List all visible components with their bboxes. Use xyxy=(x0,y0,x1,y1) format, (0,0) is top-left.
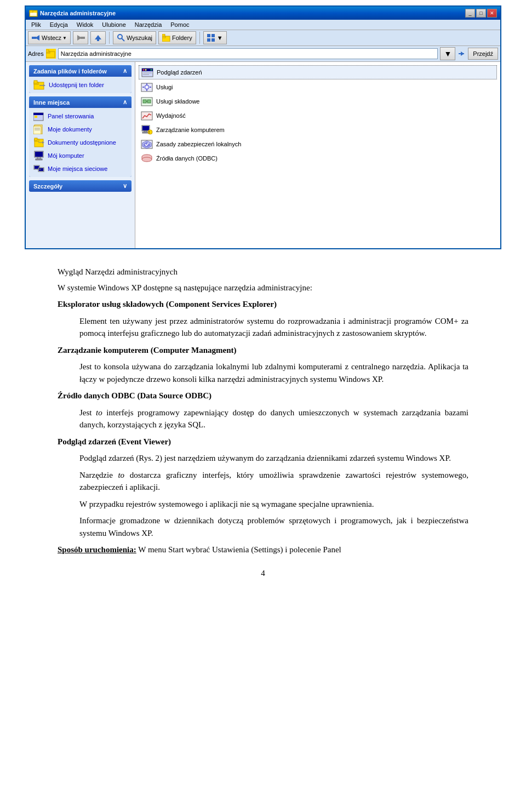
odbc-icon xyxy=(141,153,153,164)
svg-rect-60 xyxy=(146,89,147,91)
minimize-button[interactable]: _ xyxy=(465,9,475,18)
file-item-performance[interactable]: Wydajność xyxy=(139,109,497,122)
section2-content1: Jest to konsola używana do zarządzania l… xyxy=(79,361,468,385)
back-button[interactable]: Wstecz ▼ xyxy=(28,31,71,44)
file-item-computer-management[interactable]: ! Zarządzanie komputerem xyxy=(139,123,497,136)
sidebar: Zadania plików i folderów ∧ Udostępnij t… xyxy=(26,62,135,248)
folders-button[interactable]: Foldery xyxy=(158,31,196,44)
shared-documents-icon xyxy=(33,138,44,147)
my-documents-link[interactable]: Moje dokumenty xyxy=(33,124,127,134)
details-collapse-icon: ∨ xyxy=(123,182,127,190)
forward-button[interactable] xyxy=(73,31,88,44)
explorer-window: Narzędzia administracyjne _ □ ✕ Plik Edy… xyxy=(25,5,501,249)
svg-rect-59 xyxy=(146,83,147,85)
file-item-security-policy[interactable]: Zasady zabezpieczeń lokalnych xyxy=(139,138,497,151)
window-title: Narzędzia administracyjne xyxy=(40,10,116,16)
search-button[interactable]: Wyszukaj xyxy=(113,31,156,44)
section4-content1: Podgląd zdarzeń (Rys. 2) jest narzędziem… xyxy=(79,452,468,465)
menu-file[interactable]: Plik xyxy=(29,21,43,28)
section2-title: Zarządzanie komputerem (Computer Managme… xyxy=(58,344,468,357)
my-computer-link[interactable]: Mój komputer xyxy=(33,151,127,161)
menu-view[interactable]: Widok xyxy=(75,21,96,28)
up-button[interactable] xyxy=(90,31,106,44)
svg-rect-37 xyxy=(35,138,37,140)
section4-title: Podgląd zdarzeń (Event Viewer) xyxy=(58,436,468,448)
svg-marker-27 xyxy=(43,84,45,87)
content-area: Wygląd Narzędzi administracyjnych W syst… xyxy=(25,255,501,596)
address-dropdown-button[interactable]: ▼ xyxy=(440,47,455,60)
svg-line-10 xyxy=(122,38,124,41)
section1-content: Element ten używany jest przez administr… xyxy=(79,315,468,340)
svg-rect-2 xyxy=(30,13,37,16)
explorer-body: Zadania plików i folderów ∧ Udostępnij t… xyxy=(26,62,500,248)
intro-text: W systemie Windows XP dostępne są następ… xyxy=(58,282,468,294)
svg-point-53 xyxy=(151,69,152,71)
search-icon xyxy=(117,33,125,42)
file-item-services[interactable]: Usługi xyxy=(139,81,497,94)
details-header[interactable]: Szczegóły ∨ xyxy=(29,180,132,192)
view-icon xyxy=(207,34,216,42)
menu-bar: Plik Edycja Widok Ulubione Narzędzia Pom… xyxy=(26,20,500,30)
details-section: Szczegóły ∨ xyxy=(29,180,132,192)
svg-rect-64 xyxy=(143,100,146,103)
up-icon xyxy=(94,34,102,42)
svg-rect-30 xyxy=(35,116,37,118)
my-documents-icon xyxy=(33,124,44,134)
svg-rect-61 xyxy=(142,87,144,88)
menu-help[interactable]: Pomoc xyxy=(168,21,191,28)
svg-rect-20 xyxy=(46,50,49,52)
svg-point-52 xyxy=(145,69,147,71)
menu-edit[interactable]: Edycja xyxy=(48,21,70,28)
view-arrow: ▼ xyxy=(217,35,223,41)
title-buttons: _ □ ✕ xyxy=(465,9,497,18)
go-button-area: Przejdź xyxy=(459,48,498,60)
maximize-button[interactable]: □ xyxy=(476,9,486,18)
svg-rect-17 xyxy=(211,38,215,42)
performance-icon xyxy=(141,110,153,121)
tasks-collapse-icon: ∧ xyxy=(123,67,127,75)
main-content: Podgląd zdarzeń Usługi xyxy=(135,62,500,248)
my-computer-icon xyxy=(33,151,44,161)
section4-content3: W przypadku rejestrów systemowego i apli… xyxy=(79,498,468,511)
network-places-link[interactable]: Moje miejsca sieciowe xyxy=(33,164,127,174)
sposob-label: Sposób uruchomienia: xyxy=(58,545,136,554)
file-item-events[interactable]: Podgląd zdarzeń xyxy=(139,65,497,79)
security-policy-icon xyxy=(141,139,153,150)
places-content: Panel sterowania Moje dokumenty xyxy=(29,108,132,177)
places-header[interactable]: Inne miejsca ∧ xyxy=(29,96,132,108)
go-arrow-icon xyxy=(459,50,466,58)
toolbar-separator-2 xyxy=(199,32,200,44)
section3-content: Jest to interfejs programowy zapewniając… xyxy=(79,407,468,431)
address-folder-icon xyxy=(46,49,56,59)
svg-rect-41 xyxy=(35,152,43,157)
toolbar: Wstecz ▼ Wyszukaj xyxy=(26,30,500,46)
svg-rect-62 xyxy=(150,87,151,88)
tasks-header[interactable]: Zadania plików i folderów ∧ xyxy=(29,65,132,77)
events-icon xyxy=(141,67,153,78)
section4-content2: Narzędzie to dostarcza graficzny interfe… xyxy=(79,469,468,494)
svg-point-51 xyxy=(143,69,145,71)
tasks-content: Udostępnij ten folder xyxy=(29,77,132,93)
address-input[interactable]: Narzędzia administracyjne xyxy=(58,48,438,59)
address-label: Adres xyxy=(28,50,44,57)
svg-rect-6 xyxy=(81,37,85,39)
file-item-component-services[interactable]: Usługi składowe xyxy=(139,95,497,108)
section4-content4: Informacje gromadzone w dziennikach doty… xyxy=(79,514,468,539)
svg-rect-16 xyxy=(207,38,210,42)
control-panel-link[interactable]: Panel sterowania xyxy=(33,111,127,121)
view-button[interactable]: ▼ xyxy=(203,31,227,44)
shared-documents-link[interactable]: Dokumenty udostępnione xyxy=(33,138,127,147)
share-folder-link[interactable]: Udostępnij ten folder xyxy=(33,80,127,90)
close-button[interactable]: ✕ xyxy=(487,9,497,18)
menu-favorites[interactable]: Ulubione xyxy=(100,21,128,28)
menu-tools[interactable]: Narzędzia xyxy=(133,21,164,28)
heading: Wygląd Narzędzi administracyjnych xyxy=(58,266,468,278)
svg-rect-43 xyxy=(36,159,42,160)
back-arrow: ▼ xyxy=(62,36,67,41)
go-button[interactable]: Przejdź xyxy=(468,48,498,60)
title-bar: Narzędzia administracyjne _ □ ✕ xyxy=(26,7,500,20)
file-item-odbc[interactable]: Źródła danych (ODBC) xyxy=(139,152,497,165)
svg-rect-14 xyxy=(207,34,210,37)
services-icon xyxy=(141,82,153,93)
footer-text: Sposób uruchomienia: W menu Start wybrać… xyxy=(58,544,468,556)
